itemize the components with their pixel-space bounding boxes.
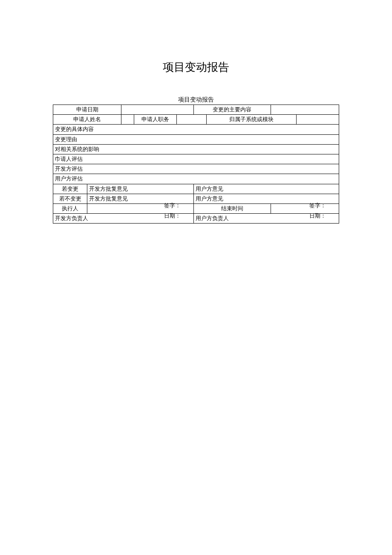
value-end-time — [271, 203, 339, 213]
label-user-signature: 签字： — [309, 202, 326, 209]
label-apply-date: 申请日期 — [53, 105, 121, 115]
cell-ifchange-user: 用户方意见 — [194, 184, 339, 194]
value-apply-date — [121, 105, 194, 115]
label-dev-reply-2: 开发方批复意见 — [89, 195, 128, 202]
label-change-reason: 变更理由 — [55, 136, 77, 142]
value-change-main-content — [271, 105, 339, 115]
label-applicant-name: 申请人姓名 — [53, 115, 121, 125]
cell-user-manager: 用户方负责人 签字： 日期： — [194, 214, 339, 224]
label-end-time: 结束时间 — [194, 203, 271, 213]
cell-user-eval: 用户方评估 — [53, 174, 339, 184]
label-user-date: 日期： — [309, 212, 326, 219]
label-applicant-post: 申请人职务 — [134, 115, 177, 125]
cell-change-reason: 变更理由 — [53, 134, 339, 144]
cell-applicant-eval: 巾请人评估 — [53, 154, 339, 164]
label-subsystem-module: 归属子系统或模块 — [207, 115, 296, 125]
table-caption: 项目变动报告 — [0, 96, 392, 104]
label-if-change: 若变更 — [53, 184, 87, 194]
label-dev-manager: 开发方负责人 — [55, 215, 88, 222]
label-user-manager: 用户方负责人 — [196, 215, 229, 222]
label-applicant-eval: 巾请人评估 — [55, 156, 83, 162]
label-executor: 执行人 — [53, 203, 87, 213]
cell-dev-manager: 开发方负责人 签字： 日期： — [53, 214, 194, 224]
label-dev-signature: 签字： — [164, 202, 181, 209]
label-change-detail: 变更的具体内容 — [55, 126, 94, 132]
label-user-eval: 用户方评估 — [55, 175, 83, 182]
label-dev-eval: 开发方评估 — [55, 166, 83, 172]
change-report-table: 申请日期 变更的主要内容 申请人姓名 申请人职务 归属子系统或模块 变更的具体内… — [53, 105, 339, 224]
label-user-opinion: 用户方意见 — [196, 186, 223, 192]
label-user-opinion-2: 用户方意见 — [196, 195, 223, 202]
label-change-main-content: 变更的主要内容 — [194, 105, 271, 115]
cell-ifchange-dev: 开发方批复意见 — [87, 184, 194, 194]
value-applicant-name — [121, 115, 134, 125]
cell-change-detail: 变更的具体内容 — [53, 125, 339, 134]
document-page: 项目变动报告 项目变动报告 申请日期 变更的主要内容 申请人姓名 申请人职务 — [0, 0, 392, 555]
label-impact: 对相关系统的影响 — [55, 146, 99, 152]
value-applicant-post — [177, 115, 207, 125]
document-title: 项目变动报告 — [0, 60, 392, 75]
label-dev-reply: 开发方批复意见 — [89, 186, 128, 192]
cell-dev-eval: 开发方评估 — [53, 164, 339, 174]
cell-impact: 对相关系统的影响 — [53, 144, 339, 154]
label-dev-date: 日期： — [164, 212, 181, 219]
value-subsystem-module — [296, 115, 339, 125]
label-if-not-change: 若不变更 — [53, 194, 87, 203]
